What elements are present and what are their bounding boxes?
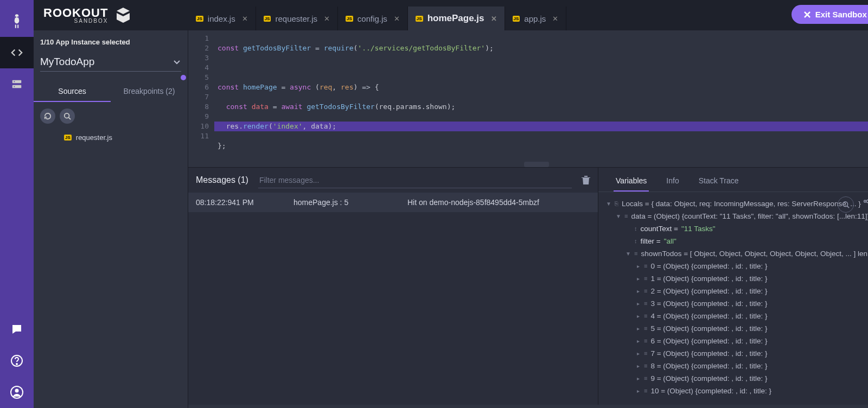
left-panel: 1/10 App Instance selected MyTodoApp Sou… <box>34 30 188 408</box>
exit-sandbox-button[interactable]: Exit Sandbox <box>792 5 868 24</box>
tab-label: requester.js <box>275 14 317 23</box>
tree-item[interactable]: ▸≡9 = (Object) {completed: , id: , title… <box>606 372 868 385</box>
svg-rect-2 <box>12 80 22 84</box>
tab-label: config.js <box>358 14 387 23</box>
app-name: MyTodoApp <box>40 56 94 68</box>
exit-label: Exit Sandbox <box>815 10 867 19</box>
panel-drag-handle[interactable] <box>524 162 549 167</box>
svg-point-7 <box>16 364 17 365</box>
breakpoint-dot[interactable] <box>181 75 186 80</box>
nav-rail <box>0 0 34 408</box>
trash-icon[interactable] <box>582 175 590 185</box>
close-icon[interactable]: ✕ <box>491 15 497 23</box>
svg-point-5 <box>14 86 15 87</box>
app-selector[interactable]: MyTodoApp <box>40 53 181 72</box>
tab-stack-trace[interactable]: Stack Trace <box>697 173 741 192</box>
message-description: Hit on demo-nodejs-85f8495dd4-5mbzf <box>386 198 590 207</box>
variables-panel: Variables Info Stack Trace ▼⎘Locals = { … <box>598 168 868 405</box>
messages-title: Messages (1) <box>196 175 248 185</box>
file-item-label: requester.js <box>76 133 112 142</box>
tree-counttext[interactable]: ↕countText = "11 Tasks" <box>606 222 868 235</box>
tab-label: index.js <box>208 14 235 23</box>
tab-index[interactable]: JSindex.js✕ <box>188 7 256 30</box>
nav-code-icon[interactable] <box>0 37 34 68</box>
nav-chat-icon[interactable] <box>0 314 34 345</box>
svg-point-4 <box>14 81 15 82</box>
brand-cube-icon <box>113 5 133 25</box>
chevron-down-icon <box>173 58 181 66</box>
tree-item[interactable]: ▸≡0 = (Object) {completed: , id: , title… <box>606 260 868 272</box>
messages-filter-input[interactable] <box>258 173 572 188</box>
code-area[interactable]: const getTodosByFilter = require('../ser… <box>214 30 868 167</box>
left-panel-tools <box>34 102 188 130</box>
search-vars-button[interactable] <box>838 196 854 213</box>
brand-sub: SANDBOX <box>43 18 108 24</box>
svg-point-11 <box>843 202 848 207</box>
tab-requester[interactable]: JSrequester.js✕ <box>256 7 338 30</box>
svg-point-1 <box>17 16 19 18</box>
instance-status: 1/10 App Instance selected <box>34 30 188 49</box>
close-icon <box>803 11 811 18</box>
tab-label: app.js <box>524 14 546 23</box>
nav-help-icon[interactable] <box>0 345 34 377</box>
message-row[interactable]: 08:18:22:941 PM homePage.js : 5 Hit on d… <box>188 193 598 212</box>
brand: ROOKOUT SANDBOX <box>34 0 188 30</box>
tree-showntodos[interactable]: ▼≡shownTodos = [ Object, Object, Object,… <box>606 247 868 260</box>
tree-item[interactable]: ▸≡4 = (Object) {completed: , id: , title… <box>606 310 868 322</box>
message-time: 08:18:22:941 PM <box>196 198 293 207</box>
tab-label: homePage.js <box>427 13 484 24</box>
tab-config[interactable]: JSconfig.js✕ <box>338 7 408 30</box>
code-editor[interactable]: 1234 5 67891011 const getTodosByFilter =… <box>188 30 868 167</box>
left-panel-tabs: Sources Breakpoints (2) <box>34 81 188 102</box>
close-icon[interactable]: ✕ <box>242 15 248 23</box>
svg-point-12 <box>864 200 866 202</box>
tree-item[interactable]: ▸≡8 = (Object) {completed: , id: , title… <box>606 360 868 372</box>
nav-user-icon[interactable] <box>0 377 34 408</box>
tab-breakpoints[interactable]: Breakpoints (2) <box>111 81 188 102</box>
tree-item[interactable]: ▸≡5 = (Object) {completed: , id: , title… <box>606 322 868 335</box>
svg-point-0 <box>15 16 17 18</box>
brand-name: ROOKOUT <box>43 7 108 19</box>
line-gutter[interactable]: 1234 5 67891011 <box>188 30 214 167</box>
nav-servers-icon[interactable] <box>0 68 34 100</box>
tree-item[interactable]: ▸≡7 = (Object) {completed: , id: , title… <box>606 347 868 360</box>
tree-item[interactable]: ▸≡3 = (Object) {completed: , id: , title… <box>606 297 868 310</box>
tab-homepage[interactable]: JShomePage.js✕ <box>408 7 505 30</box>
refresh-button[interactable] <box>40 109 55 124</box>
tree-item[interactable]: ▸≡10 = (Object) {completed: , id: , titl… <box>606 385 868 397</box>
messages-panel: Messages (1) 08:18:22:941 PM homePage.js… <box>188 168 598 405</box>
svg-point-10 <box>65 113 69 118</box>
close-icon[interactable]: ✕ <box>324 15 330 23</box>
message-location: homePage.js : 5 <box>293 198 386 207</box>
tab-info[interactable]: Info <box>664 173 681 192</box>
tree-data[interactable]: ▼≡data = (Object) {countText: "11 Tasks"… <box>606 210 868 222</box>
tree-locals[interactable]: ▼⎘Locals = { data: Object, req: Incoming… <box>606 197 868 210</box>
tab-app[interactable]: JSapp.js✕ <box>505 7 567 30</box>
close-icon[interactable]: ✕ <box>552 15 558 23</box>
svg-point-9 <box>15 389 19 393</box>
file-item-requester[interactable]: JSrequester.js <box>34 130 188 145</box>
tree-item[interactable]: ▸≡1 = (Object) {completed: , id: , title… <box>606 272 868 285</box>
tree-item[interactable]: ▸≡6 = (Object) {completed: , id: , title… <box>606 335 868 347</box>
tree-filter[interactable]: ↕filter = "all" <box>606 235 868 247</box>
editor-tabs: JSindex.js✕ JSrequester.js✕ JSconfig.js✕… <box>188 0 868 30</box>
search-button[interactable] <box>60 109 75 124</box>
tab-variables[interactable]: Variables <box>614 173 649 192</box>
svg-rect-3 <box>12 85 22 88</box>
tab-sources[interactable]: Sources <box>34 81 111 102</box>
header: ROOKOUT SANDBOX JSindex.js✕ JSrequester.… <box>34 0 868 30</box>
share-icon[interactable] <box>863 196 868 213</box>
nav-logo-icon[interactable] <box>0 5 34 37</box>
tree-item[interactable]: ▸≡2 = (Object) {completed: , id: , title… <box>606 285 868 297</box>
close-icon[interactable]: ✕ <box>394 15 400 23</box>
